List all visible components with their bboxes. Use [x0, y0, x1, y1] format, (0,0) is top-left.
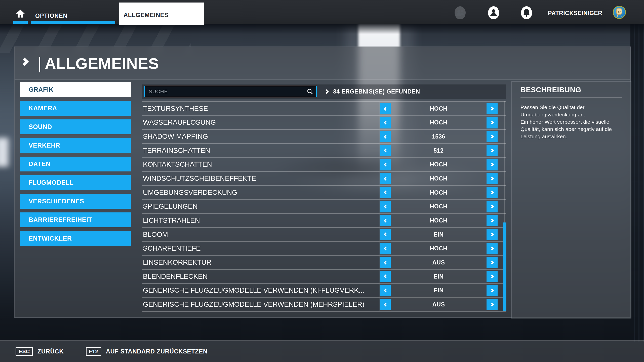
- title-divider-bar: [39, 57, 40, 72]
- setting-row: LICHTSTRAHLEN HOCH: [142, 214, 506, 228]
- increase-button[interactable]: [487, 159, 498, 170]
- decrease-button[interactable]: [380, 145, 391, 156]
- panel-header: ALLGEMEINES: [15, 47, 630, 80]
- options-tab-underline: [31, 21, 115, 24]
- reset-defaults-hint[interactable]: F12 AUF STANDARD ZURÜCKSETZEN: [86, 347, 208, 356]
- description-text: Ein hoher Wert verbessert die visuelle Q…: [520, 118, 624, 140]
- sidebar-item-verkehr[interactable]: VERKEHR: [20, 138, 131, 153]
- home-icon: [16, 9, 25, 18]
- setting-value: HOCH: [391, 245, 486, 252]
- setting-row: WINDSCHUTZSCHEIBENEFFEKTE HOCH: [142, 172, 506, 186]
- setting-label: UMGEBUNGSVERDECKUNG: [143, 189, 237, 197]
- chevron-right-icon: [490, 107, 494, 111]
- increase-button[interactable]: [487, 271, 498, 282]
- tab-options[interactable]: OPTIONEN: [35, 13, 67, 19]
- setting-value: EIN: [391, 287, 486, 294]
- username: PATRICKSEINIGER: [548, 10, 603, 17]
- setting-label: LICHTSTRAHLEN: [143, 216, 200, 224]
- decrease-button[interactable]: [380, 131, 391, 142]
- search-input[interactable]: [149, 88, 307, 95]
- tab-allgemeines[interactable]: ALLGEMEINES: [119, 3, 204, 25]
- chevron-left-icon: [384, 233, 388, 237]
- chevron-right-icon: [490, 275, 494, 279]
- avatar[interactable]: [613, 6, 626, 19]
- chevron-right-icon: [490, 233, 494, 237]
- setting-label: BLENDENFLECKEN: [143, 273, 208, 281]
- increase-button[interactable]: [487, 173, 498, 184]
- setting-value: HOCH: [391, 175, 486, 182]
- decrease-button[interactable]: [380, 103, 391, 114]
- chevron-left-icon: [384, 149, 388, 153]
- increase-button[interactable]: [487, 145, 498, 156]
- settings-list: TEXTURSYNTHESE HOCH WASSERAUFLÖSUNG HOCH…: [142, 101, 506, 312]
- chevron-right-icon: [490, 247, 494, 251]
- sidebar-item-sound[interactable]: SOUND: [20, 119, 131, 134]
- increase-button[interactable]: [487, 229, 498, 240]
- increase-button[interactable]: [487, 131, 498, 142]
- increase-button[interactable]: [487, 299, 498, 310]
- decrease-button[interactable]: [380, 243, 391, 254]
- decrease-button[interactable]: [380, 159, 391, 170]
- setting-label: TERRAINSCHATTEN: [143, 147, 210, 155]
- decrease-button[interactable]: [380, 187, 391, 198]
- increase-button[interactable]: [487, 243, 498, 254]
- sidebar-item-verschiedenes[interactable]: VERSCHIEDENES: [20, 194, 131, 209]
- setting-value: HOCH: [391, 217, 486, 224]
- chevron-right-icon: [324, 89, 329, 94]
- sidebar-item-grafik[interactable]: GRAFIK: [20, 82, 131, 97]
- chevron-right-icon: [490, 135, 494, 139]
- chevron-left-icon: [384, 121, 388, 125]
- setting-label: KONTAKTSCHATTEN: [143, 160, 212, 168]
- setting-row: GENERISCHE FLUGZEUGMODELLE VERWENDEN (ME…: [142, 298, 506, 312]
- description-title: BESCHREIBUNG: [520, 86, 622, 94]
- chevron-right-icon: [490, 191, 494, 195]
- friends-icon[interactable]: [454, 6, 466, 20]
- chevron-left-icon: [384, 302, 388, 306]
- decrease-button[interactable]: [380, 173, 391, 184]
- page-title: ALLGEMEINES: [45, 47, 159, 79]
- decrease-button[interactable]: [380, 215, 391, 226]
- sidebar-item-flugmodell[interactable]: FLUGMODELL: [20, 175, 131, 190]
- home-button[interactable]: [14, 8, 27, 19]
- screen: OPTIONEN ALLGEMEINES PATRICKSEINIGER: [0, 0, 644, 362]
- decrease-button[interactable]: [380, 229, 391, 240]
- bell-icon[interactable]: [521, 6, 532, 20]
- top-bar: OPTIONEN ALLGEMEINES PATRICKSEINIGER: [0, 0, 644, 24]
- decrease-button[interactable]: [380, 285, 391, 296]
- increase-button[interactable]: [487, 103, 498, 114]
- chevron-left-icon: [384, 107, 388, 111]
- decrease-button[interactable]: [380, 271, 391, 282]
- decrease-button[interactable]: [380, 201, 391, 212]
- increase-button[interactable]: [487, 285, 498, 296]
- setting-value: HOCH: [391, 119, 486, 126]
- setting-label: SHADOW MAPPING: [143, 132, 208, 141]
- increase-button[interactable]: [487, 201, 498, 212]
- chevron-right-icon: [490, 149, 494, 153]
- setting-label: SCHÄRFENTIEFE: [143, 244, 200, 252]
- setting-value: HOCH: [391, 189, 486, 196]
- increase-button[interactable]: [487, 187, 498, 198]
- back-hint[interactable]: ESC ZURÜCK: [16, 347, 64, 356]
- sidebar-item-daten[interactable]: DATEN: [20, 157, 131, 171]
- sidebar-item-kamera[interactable]: KAMERA: [20, 101, 131, 116]
- decrease-button[interactable]: [380, 299, 391, 310]
- increase-button[interactable]: [487, 257, 498, 268]
- chevron-left-icon: [384, 205, 388, 209]
- decrease-button[interactable]: [380, 117, 391, 128]
- increase-button[interactable]: [487, 117, 498, 128]
- search-band: 34 ERGEBNIS(SE) GEFUNDEN: [142, 84, 506, 99]
- setting-value: AUS: [391, 301, 486, 308]
- home-tab-underline: [13, 21, 28, 24]
- increase-button[interactable]: [487, 215, 498, 226]
- sidebar-item-barrierefreiheit[interactable]: BARRIEREFREIHEIT: [20, 212, 131, 227]
- setting-row: SPIEGELUNGEN HOCH: [142, 200, 506, 214]
- scrollbar-thumb[interactable]: [503, 222, 506, 311]
- chevron-left-icon: [384, 260, 388, 264]
- chevron-right-icon: [490, 289, 494, 293]
- active-tab-label: ALLGEMEINES: [124, 12, 169, 19]
- chevron-left-icon: [384, 289, 388, 293]
- setting-value: HOCH: [391, 203, 486, 210]
- profile-icon[interactable]: [488, 6, 499, 20]
- decrease-button[interactable]: [380, 257, 391, 268]
- sidebar-item-entwickler[interactable]: ENTWICKLER: [20, 231, 131, 246]
